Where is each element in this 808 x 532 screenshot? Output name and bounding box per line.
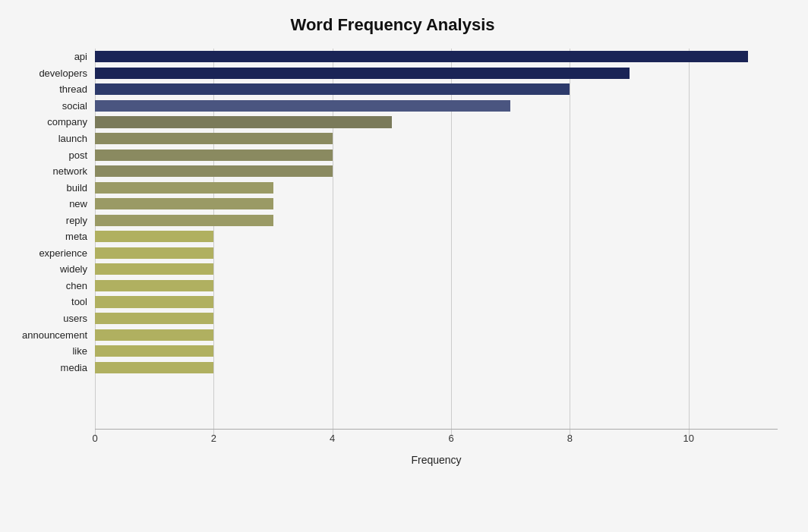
bar bbox=[95, 116, 392, 127]
bar-row: like bbox=[8, 343, 778, 360]
x-axis-line bbox=[95, 429, 778, 430]
bar-wrapper bbox=[95, 296, 778, 307]
bar-row: tool bbox=[8, 294, 778, 310]
x-tick-label: 0 bbox=[92, 433, 97, 444]
bar bbox=[95, 51, 748, 62]
bar bbox=[95, 68, 630, 79]
bar bbox=[95, 247, 213, 259]
bar-label: new bbox=[8, 198, 95, 209]
bar-label: announcement bbox=[8, 329, 95, 341]
bar-row: build bbox=[8, 179, 778, 196]
x-tick-label: 4 bbox=[330, 433, 335, 444]
bar-wrapper bbox=[95, 165, 778, 177]
bar bbox=[95, 296, 213, 307]
bar-wrapper bbox=[95, 68, 778, 79]
bar-label: experience bbox=[8, 247, 95, 259]
bar bbox=[95, 198, 273, 209]
bar-label: reply bbox=[8, 215, 95, 226]
x-tick-label: 8 bbox=[567, 433, 573, 444]
bar-label: like bbox=[8, 345, 95, 357]
x-axis-area: 0246810 Frequency bbox=[95, 429, 778, 474]
bar-label: widely bbox=[8, 263, 95, 275]
bar-wrapper bbox=[95, 51, 778, 62]
bar-row: network bbox=[8, 163, 778, 180]
x-axis-label: Frequency bbox=[95, 454, 778, 466]
x-tick-label: 6 bbox=[448, 433, 453, 444]
bar-row: widely bbox=[8, 261, 778, 278]
bar bbox=[95, 150, 333, 161]
chart-container: Word Frequency Analysis apidevelopersthr… bbox=[0, 0, 808, 532]
bar bbox=[95, 362, 213, 373]
bar-row: launch bbox=[8, 131, 778, 147]
bar-row: users bbox=[8, 310, 778, 327]
bar-row: social bbox=[8, 98, 778, 115]
bar-label: developers bbox=[8, 68, 95, 79]
bar-wrapper bbox=[95, 313, 778, 324]
bar bbox=[95, 231, 213, 242]
x-tick-label: 2 bbox=[211, 433, 216, 444]
bar-label: company bbox=[8, 116, 95, 127]
bar bbox=[95, 182, 273, 194]
x-tick-label: 10 bbox=[683, 433, 694, 444]
bar-label: launch bbox=[8, 133, 95, 144]
bar-row: meta bbox=[8, 228, 778, 245]
x-ticks: 0246810 bbox=[95, 433, 778, 448]
bar-row: announcement bbox=[8, 326, 778, 343]
bar-label: post bbox=[8, 150, 95, 161]
bar bbox=[95, 100, 510, 112]
bar-wrapper bbox=[95, 133, 778, 144]
bar-wrapper bbox=[95, 100, 778, 112]
bar bbox=[95, 263, 213, 275]
bar-wrapper bbox=[95, 247, 778, 259]
bar-label: build bbox=[8, 182, 95, 194]
chart-area: apidevelopersthreadsocialcompanylaunchpo… bbox=[8, 49, 778, 414]
bar-row: developers bbox=[8, 65, 778, 82]
bar-label: users bbox=[8, 313, 95, 324]
bar-label: tool bbox=[8, 296, 95, 307]
bar-row: reply bbox=[8, 212, 778, 228]
bar-row: new bbox=[8, 196, 778, 212]
bar-label: chen bbox=[8, 280, 95, 291]
bar-label: media bbox=[8, 362, 95, 373]
bar-wrapper bbox=[95, 182, 778, 194]
chart-title: Word Frequency Analysis bbox=[8, 15, 778, 35]
bar-label: api bbox=[8, 51, 95, 62]
bar bbox=[95, 133, 333, 144]
bar-label: social bbox=[8, 100, 95, 112]
bar bbox=[95, 345, 213, 357]
bar-wrapper bbox=[95, 215, 778, 226]
bar bbox=[95, 215, 273, 226]
bar-wrapper bbox=[95, 362, 778, 373]
bar-row: company bbox=[8, 114, 778, 131]
bar-label: meta bbox=[8, 231, 95, 242]
bar-row: media bbox=[8, 359, 778, 376]
bar-row: chen bbox=[8, 278, 778, 294]
bar bbox=[95, 165, 333, 177]
bar-wrapper bbox=[95, 231, 778, 242]
bar-wrapper bbox=[95, 150, 778, 161]
bar-wrapper bbox=[95, 263, 778, 275]
bar-row: api bbox=[8, 49, 778, 65]
bar-wrapper bbox=[95, 116, 778, 127]
bar-wrapper bbox=[95, 83, 778, 95]
bar-row: experience bbox=[8, 245, 778, 262]
bar bbox=[95, 83, 570, 95]
bar-row: thread bbox=[8, 81, 778, 98]
bar-wrapper bbox=[95, 345, 778, 357]
bar-label: network bbox=[8, 165, 95, 177]
bar-row: post bbox=[8, 146, 778, 163]
bar-label: thread bbox=[8, 83, 95, 95]
bar bbox=[95, 313, 213, 324]
bar bbox=[95, 329, 213, 341]
bar bbox=[95, 280, 213, 291]
bar-wrapper bbox=[95, 198, 778, 209]
bar-wrapper bbox=[95, 280, 778, 291]
bar-wrapper bbox=[95, 329, 778, 341]
